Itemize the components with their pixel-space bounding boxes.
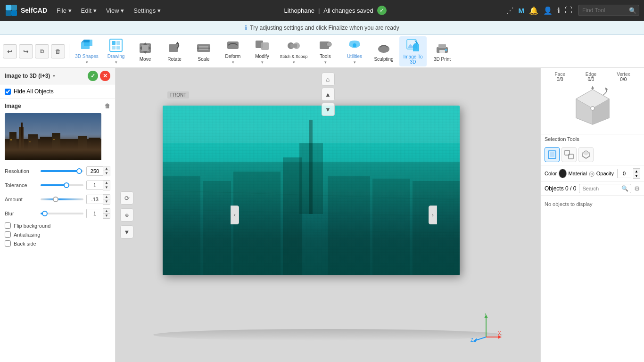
amount-value-input[interactable]: [86, 195, 103, 204]
tool-modify[interactable]: Modify ▾: [248, 36, 276, 66]
hide-objects-checkbox[interactable]: [5, 89, 11, 95]
face-edge-vertex-row: Face 0/0 Edge 0/0 Vertex 0/0: [545, 72, 640, 82]
blur-down[interactable]: ▼: [103, 214, 110, 218]
tool-deform-icon: [225, 38, 240, 53]
svg-point-83: [591, 107, 594, 110]
objects-count-label: Objects 0 / 0: [545, 185, 576, 192]
view-down-button[interactable]: ▼: [322, 103, 335, 116]
resolution-up[interactable]: ▲: [103, 166, 110, 171]
image-delete-icon[interactable]: 🗑: [105, 103, 110, 109]
svg-rect-0: [6, 5, 11, 10]
tolerance-down[interactable]: ▼: [103, 185, 110, 190]
resolution-value-input[interactable]: [86, 166, 103, 176]
find-tool-search-icon: 🔍: [629, 7, 636, 14]
svg-point-30: [327, 42, 331, 47]
tool-tools[interactable]: Tools ▾: [312, 36, 339, 66]
share-icon[interactable]: ⋰: [506, 6, 514, 15]
panel-dropdown-arrow: ▾: [53, 74, 55, 78]
opacity-value-input[interactable]: [617, 169, 631, 178]
amount-slider[interactable]: [41, 198, 83, 200]
panel-close-button[interactable]: ✕: [100, 71, 110, 81]
tool-deform[interactable]: Deform ▾: [219, 36, 247, 66]
tool-image-to-3d-icon: [405, 38, 421, 53]
resolution-slider[interactable]: [41, 170, 83, 172]
medal-icon[interactable]: M: [519, 7, 525, 15]
tool-utilities[interactable]: Utilities ▾: [341, 36, 368, 66]
objects-search: 🔍: [579, 184, 631, 193]
blur-input: ▲ ▼: [86, 208, 110, 219]
canvas-area[interactable]: ‹ › ⌂ ▲ ▼ ⟳ ⊕ ▼ FRONT: [116, 68, 540, 362]
edge-value: 0/0: [586, 77, 596, 82]
opacity-down[interactable]: ▼: [633, 173, 640, 178]
tool-3d-shapes-label: 3D Shapes: [75, 54, 98, 59]
amount-down[interactable]: ▼: [103, 199, 110, 204]
view-nav-down-button[interactable]: ▼: [120, 225, 133, 239]
undo-button[interactable]: ↩: [3, 44, 17, 58]
svg-rect-7: [110, 39, 122, 51]
svg-rect-9: [116, 41, 120, 45]
antialiasing-row: Antialiasing: [5, 231, 110, 238]
sel-btn-multi[interactable]: [561, 147, 577, 162]
resolution-spinners: ▲ ▼: [103, 166, 110, 176]
fullscreen-icon[interactable]: ⛶: [565, 6, 572, 15]
tool-sculpting-label: Sculpting: [374, 57, 393, 62]
tool-3d-shapes[interactable]: 3D Shapes ▾: [73, 36, 100, 66]
antialiasing-checkbox[interactable]: [5, 231, 11, 238]
view-up-button[interactable]: ▲: [322, 88, 335, 101]
svg-rect-3: [11, 10, 17, 16]
objects-settings-icon[interactable]: ⚙: [634, 185, 640, 192]
tool-move[interactable]: Move: [132, 36, 159, 66]
resolution-down[interactable]: ▼: [103, 171, 110, 176]
view-rotate-button[interactable]: ⟳: [120, 191, 133, 205]
svg-point-31: [353, 43, 356, 47]
tolerance-value-input[interactable]: [86, 181, 103, 190]
back-side-checkbox[interactable]: [5, 240, 11, 247]
tool-drawing[interactable]: Drawing ▾: [102, 36, 130, 66]
tool-3d-print[interactable]: 3D Print: [429, 36, 456, 66]
view-menu[interactable]: View ▾: [102, 5, 128, 16]
sel-btn-3d[interactable]: [578, 147, 594, 162]
objects-search-icon: 🔍: [621, 185, 628, 192]
blur-up[interactable]: ▲: [103, 209, 110, 214]
right-panel: Face 0/0 Edge 0/0 Vertex 0/0: [540, 68, 644, 362]
collapse-left-button[interactable]: ‹: [231, 206, 239, 224]
redo-button[interactable]: ↪: [19, 44, 33, 58]
user-icon[interactable]: 👤: [543, 6, 553, 15]
edit-menu[interactable]: Edit ▾: [77, 5, 100, 16]
svg-text:Z: Z: [471, 337, 473, 342]
copy-button[interactable]: ⧉: [35, 44, 49, 58]
material-icon[interactable]: ◎: [589, 170, 594, 177]
tool-3d-shapes-icon: [79, 38, 94, 53]
view-home-button[interactable]: ⌂: [322, 73, 335, 86]
tool-move-icon: [138, 41, 153, 56]
bell-icon[interactable]: 🔔: [529, 6, 538, 15]
saved-check-icon: ✓: [377, 6, 387, 15]
opacity-up[interactable]: ▲: [633, 169, 640, 173]
settings-menu[interactable]: Settings ▾: [130, 5, 165, 16]
tool-sculpting[interactable]: Sculpting: [370, 36, 397, 66]
tolerance-slider[interactable]: [41, 184, 83, 186]
panel-confirm-button[interactable]: ✓: [88, 71, 98, 81]
delete-button[interactable]: 🗑: [51, 44, 65, 58]
info-icon[interactable]: ℹ: [557, 6, 560, 15]
view-orbit-button[interactable]: ⊕: [120, 208, 133, 222]
stitch-dropdown-arrow: ▾: [293, 60, 295, 65]
tool-stitch[interactable]: Stitch & Scoop ▾: [278, 36, 310, 66]
tool-modify-label: Modify: [255, 54, 269, 59]
blur-value-input[interactable]: [86, 209, 103, 218]
file-menu[interactable]: File ▾: [53, 5, 75, 16]
tool-scale[interactable]: Scale: [190, 36, 217, 66]
tool-image-to-3d[interactable]: Image To 3D: [399, 36, 427, 66]
flip-bg-checkbox[interactable]: [5, 222, 11, 229]
blur-slider[interactable]: [41, 213, 83, 214]
collapse-right-button[interactable]: ›: [429, 206, 437, 224]
svg-rect-25: [261, 42, 269, 50]
sel-btn-cube[interactable]: [545, 147, 560, 162]
panel-header: Image to 3D (I+3) ▾ ✓ ✕: [0, 68, 115, 84]
color-swatch[interactable]: [559, 169, 566, 178]
opacity-label: Opacity: [596, 171, 614, 176]
amount-up[interactable]: ▲: [103, 195, 110, 199]
tool-rotate[interactable]: Rotate: [161, 36, 188, 66]
shapes-dropdown-arrow: ▾: [86, 60, 88, 65]
tolerance-up[interactable]: ▲: [103, 181, 110, 185]
